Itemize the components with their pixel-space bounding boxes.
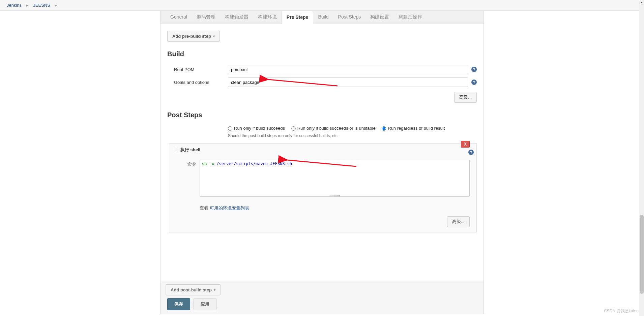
content-area: Add pre-build step Build Root POM ? Goal… [160,24,484,239]
tab-postbuild[interactable]: 构建后操作 [394,11,427,24]
env-vars-link[interactable]: 可用的环境变量列表 [210,206,249,211]
scrollbar-thumb[interactable] [640,215,644,294]
build-advanced-button[interactable]: 高级... [454,92,477,103]
root-pom-label: Root POM [174,67,228,72]
save-button[interactable]: 保存 [167,298,190,310]
breadcrumb-sep: ▸ [55,3,57,8]
shell-footer: 查看 可用的环境变量列表 [169,202,476,216]
breadcrumb-project[interactable]: JEESNS [33,3,50,8]
breadcrumb-jenkins[interactable]: Jenkins [7,3,22,8]
help-icon[interactable]: ? [471,80,477,85]
shell-title: 执行 shell [180,147,200,153]
radio-regardless[interactable]: Run regardless of build result [382,126,445,131]
root-pom-input[interactable] [228,65,468,74]
watermark: CSDN @我是koten [604,308,641,314]
scrollbar-track[interactable]: ▲ [639,0,644,314]
tab-triggers[interactable]: 构建触发器 [220,11,253,24]
config-panel: General 源码管理 构建触发器 构建环境 Pre Steps Build … [160,11,484,314]
tab-post-steps[interactable]: Post Steps [333,11,366,24]
add-pre-build-button[interactable]: Add pre-build step [167,31,220,42]
tab-settings[interactable]: 构建设置 [365,11,394,24]
shell-body: 命令 sh -x /server/scripts/maven_JEESNS.sh [169,156,476,202]
goals-input[interactable] [228,77,468,87]
tab-general[interactable]: General [166,11,192,24]
goals-row: Goals and options ? [167,77,477,87]
breadcrumb-sep: ▸ [26,3,29,8]
post-steps-title: Post Steps [167,111,477,119]
tab-env[interactable]: 构建环境 [253,11,282,24]
delete-step-button[interactable]: X [461,141,470,148]
help-icon[interactable]: ? [468,150,474,155]
post-steps-hint: Should the post-build steps run only for… [167,133,477,138]
radio-succeeds[interactable]: Run only if build succeeds [228,126,285,131]
post-steps-radios: Run only if build succeeds Run only if b… [167,126,477,131]
command-label: 命令 [183,160,200,167]
add-post-build-button[interactable]: Add post-build step [166,284,221,295]
build-section-title: Build [167,50,477,58]
tab-scm[interactable]: 源码管理 [192,11,220,24]
scroll-up-icon[interactable]: ▲ [639,0,644,5]
shell-advanced-button[interactable]: 高级... [447,216,470,227]
shell-header[interactable]: 执行 shell [169,144,476,156]
tab-pre-steps[interactable]: Pre Steps [282,11,314,24]
drag-handle-icon[interactable] [174,148,178,152]
tab-build[interactable]: Build [313,11,333,24]
save-bar: 构建设置 Add post-build step 保存 应用 [160,281,484,314]
breadcrumb: Jenkins ▸ JEESNS ▸ [0,0,644,11]
resize-grip[interactable] [330,195,340,197]
tab-bar: General 源码管理 构建触发器 构建环境 Pre Steps Build … [160,11,484,24]
help-icon[interactable]: ? [471,67,477,72]
root-pom-row: Root POM ? [167,65,477,74]
apply-button[interactable]: 应用 [194,298,216,310]
shell-step-block: X 执行 shell ? 命令 sh -x /server/scripts/ma… [169,143,477,232]
radio-unstable[interactable]: Run only if build succeeds or is unstabl… [291,126,376,131]
goals-label: Goals and options [174,80,228,85]
command-textarea[interactable]: sh -x /server/scripts/maven_JEESNS.sh [200,160,470,197]
